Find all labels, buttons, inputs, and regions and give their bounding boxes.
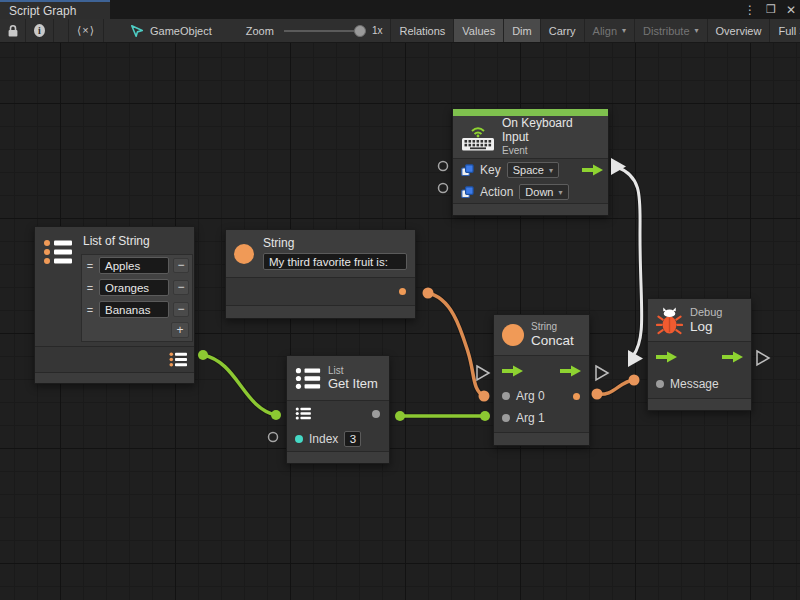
message-input-port[interactable]	[656, 380, 664, 388]
list-inspector: = Apples − = Oranges − = Bananas −	[81, 254, 193, 342]
wire-concat-to-log[interactable]	[597, 380, 634, 394]
overview-button[interactable]: Overview	[708, 19, 771, 42]
list-item-row: = Bananas −	[82, 299, 192, 321]
unconnected-flow-port[interactable]	[757, 351, 769, 365]
node-title: List of String	[83, 235, 193, 249]
wire-shadow	[617, 167, 642, 356]
graph-toolbar: i ⟨×⟩ GameObject Zoom 1x Relations Value…	[0, 19, 800, 43]
node-on-keyboard-input[interactable]: On Keyboard Input Event Key Space ▾	[452, 108, 609, 216]
align-button: Align▾	[585, 19, 635, 42]
tab-script-graph[interactable]: Script Graph	[0, 0, 110, 19]
index-field[interactable]: 3	[344, 431, 361, 447]
node-string-literal[interactable]: String My third favorite fruit is:	[225, 229, 416, 319]
wire-endpoint[interactable]	[395, 411, 405, 421]
node-concat[interactable]: String Concat	[493, 314, 590, 446]
wire-keyboard-to-log[interactable]	[617, 167, 642, 356]
wire-endpoint[interactable]	[479, 391, 490, 402]
edit-source-button[interactable]: ⟨×⟩	[69, 19, 104, 42]
wire-endpoint[interactable]	[423, 288, 434, 299]
string-output-row	[226, 277, 415, 305]
node-title: Log	[690, 319, 722, 335]
arg0-row: Arg 0	[494, 385, 589, 407]
item-output-port[interactable]	[372, 410, 380, 418]
message-label: Message	[670, 377, 719, 391]
arg1-input-port[interactable]	[502, 414, 510, 422]
string-value-field[interactable]: My third favorite fruit is:	[263, 253, 407, 270]
key-dropdown[interactable]: Space ▾	[507, 162, 559, 178]
remove-item-button[interactable]: −	[173, 302, 189, 317]
zoom-slider-handle[interactable]	[354, 25, 366, 37]
window-titlebar: Script Graph ⋮ ❒ ✕	[0, 0, 800, 19]
flow-input-port[interactable]	[656, 351, 677, 363]
node-footer	[287, 451, 389, 463]
relations-button[interactable]: Relations	[391, 19, 454, 42]
lock-button[interactable]	[0, 19, 26, 42]
list-item-field[interactable]: Apples	[99, 257, 169, 274]
unconnected-port[interactable]	[269, 433, 278, 442]
flow-wire-start-arrow[interactable]	[611, 158, 626, 175]
remove-item-button[interactable]: −	[173, 280, 189, 295]
list-item-field[interactable]: Oranges	[99, 279, 169, 296]
key-label: Key	[480, 163, 501, 177]
arg0-input-port[interactable]	[502, 392, 510, 400]
wire-endpoint[interactable]	[198, 350, 208, 360]
arg1-label: Arg 1	[516, 411, 545, 425]
maximize-icon[interactable]: ❒	[766, 3, 776, 16]
zoom-slider[interactable]	[284, 30, 362, 32]
node-list-of-string[interactable]: List of String = Apples − = Oranges − =	[34, 226, 195, 384]
zoom-value: 1x	[372, 25, 383, 36]
dim-button[interactable]: Dim	[504, 19, 541, 42]
info-button[interactable]: i	[26, 19, 54, 42]
flow-output-port[interactable]	[560, 365, 581, 377]
graph-canvas[interactable]: On Keyboard Input Event Key Space ▾	[0, 43, 800, 600]
wire-endpoint[interactable]	[629, 375, 640, 386]
node-category: Debug	[690, 306, 722, 319]
node-title: Get Item	[328, 377, 378, 392]
list-item-row: = Oranges −	[82, 277, 192, 299]
node-debug-log[interactable]: Debug Log	[647, 298, 752, 411]
flow-output-port[interactable]	[722, 351, 743, 363]
wire-endpoint[interactable]	[271, 410, 281, 420]
drag-handle-icon[interactable]: =	[85, 282, 95, 294]
remove-item-button[interactable]: −	[173, 258, 189, 273]
wire-endpoint[interactable]	[480, 411, 490, 421]
node-get-item[interactable]: List Get Item Index 3	[286, 355, 390, 464]
add-item-button[interactable]: +	[171, 322, 189, 338]
wire-string-to-concat[interactable]	[428, 293, 484, 396]
flow-output-port[interactable]	[582, 164, 603, 176]
flow-wire-end-arrow[interactable]	[628, 350, 643, 367]
unconnected-flow-port[interactable]	[477, 366, 489, 380]
action-dropdown[interactable]: Down ▾	[519, 184, 568, 200]
index-input-port[interactable]	[295, 435, 303, 443]
unconnected-port[interactable]	[439, 184, 448, 193]
unconnected-port[interactable]	[439, 162, 448, 171]
string-output-port[interactable]	[399, 288, 406, 295]
window-menu-icon[interactable]: ⋮	[744, 3, 756, 17]
node-footer	[35, 372, 194, 383]
node-title: On Keyboard Input	[502, 117, 600, 145]
carry-button[interactable]: Carry	[541, 19, 585, 42]
flow-input-port[interactable]	[502, 365, 523, 377]
close-icon[interactable]: ✕	[786, 3, 796, 17]
list-item-field[interactable]: Bananas	[99, 301, 169, 318]
wire-endpoint[interactable]	[592, 389, 603, 400]
chevron-down-icon: ▾	[558, 188, 562, 197]
values-button[interactable]: Values	[454, 19, 504, 42]
toolbar-spacer	[54, 19, 69, 42]
result-output-port[interactable]	[573, 393, 580, 400]
keycode-icon	[461, 186, 474, 199]
list-output-port[interactable]	[169, 352, 188, 367]
gameobject-label[interactable]: GameObject	[150, 25, 212, 37]
key-row: Key Space ▾	[453, 159, 608, 181]
list-input-port[interactable]	[295, 407, 312, 420]
drag-handle-icon[interactable]: =	[85, 260, 95, 272]
wire-list-to-getitem[interactable]	[203, 355, 276, 415]
unconnected-flow-port[interactable]	[596, 366, 608, 380]
node-footer	[226, 305, 415, 318]
gameobject-icon	[130, 24, 144, 38]
action-row: Action Down ▾	[453, 181, 608, 203]
arg1-row: Arg 1	[494, 407, 589, 429]
drag-handle-icon[interactable]: =	[85, 304, 95, 316]
full-screen-button[interactable]: Full Screen	[770, 19, 800, 42]
list-icon	[295, 367, 321, 390]
